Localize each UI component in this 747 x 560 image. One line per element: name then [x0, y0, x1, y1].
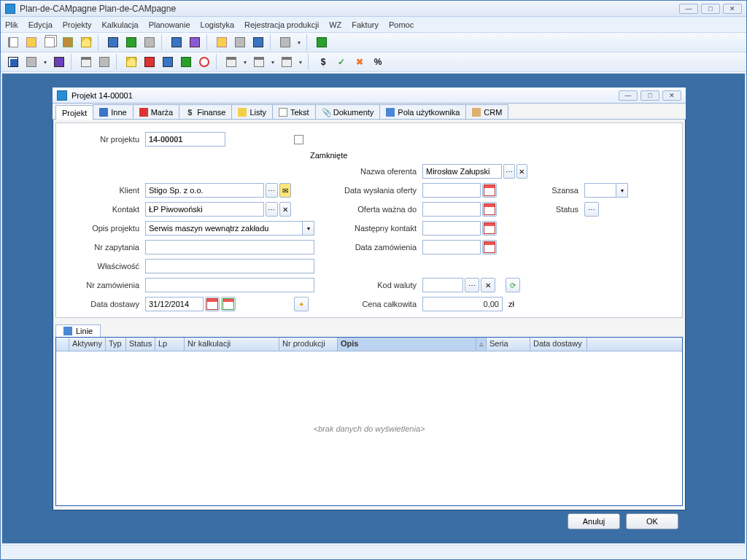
tb-new[interactable] — [5, 34, 21, 50]
tab-tekst[interactable]: Tekst — [272, 104, 316, 119]
field-data-dostawy[interactable] — [145, 297, 204, 311]
tab-finanse[interactable]: $Finanse — [179, 104, 232, 119]
lookup-oferent-button[interactable]: ⋯ — [503, 164, 514, 179]
tb-b5[interactable] — [187, 34, 203, 50]
clear-kontakt-button[interactable]: ✕ — [279, 202, 292, 217]
menu-edycja[interactable]: Edycja — [28, 20, 53, 29]
tb-c4[interactable] — [160, 54, 176, 70]
tb-c5[interactable] — [178, 54, 194, 70]
tb-percent[interactable]: % — [370, 54, 386, 70]
field-data-zamowienia[interactable] — [422, 240, 481, 254]
field-wlasciowosc[interactable] — [145, 259, 314, 273]
tb-copy[interactable] — [42, 34, 58, 50]
tab-crm[interactable]: CRM — [465, 104, 508, 119]
menu-faktury[interactable]: Faktury — [352, 20, 379, 29]
cal-wazna-button[interactable] — [482, 202, 497, 217]
tab-pola[interactable]: Pola użytkownika — [379, 104, 466, 119]
inner-close[interactable]: ✕ — [662, 90, 681, 101]
gh-opis[interactable]: Opis — [338, 338, 476, 351]
lookup-klient-button[interactable]: ⋯ — [266, 183, 278, 198]
menu-planowanie[interactable]: Planowanie — [149, 20, 190, 29]
checkbox-zamkniete[interactable] — [294, 135, 303, 144]
gh-seria[interactable]: Seria — [487, 338, 530, 351]
field-klient[interactable] — [145, 183, 264, 198]
tb-mail[interactable] — [78, 34, 94, 50]
mail-klient-button[interactable]: ✉ — [279, 183, 292, 198]
tb-b3[interactable] — [142, 34, 158, 50]
gh-data-dostawy[interactable]: Data dostawy — [530, 338, 587, 351]
cal-wyslania-button[interactable] — [482, 183, 497, 198]
gh-sort-icon[interactable]: ▵ — [476, 338, 487, 351]
inner-minimize[interactable]: — — [619, 90, 638, 101]
chevron-down-icon[interactable]: ▾ — [616, 184, 627, 197]
menu-projekty[interactable]: Projekty — [63, 20, 92, 29]
tb-dollar[interactable]: $ — [315, 54, 331, 70]
field-kontakt[interactable] — [145, 202, 264, 217]
tb-print[interactable] — [78, 54, 94, 70]
gh-typ[interactable]: Typ — [106, 338, 126, 351]
gh-blank[interactable] — [56, 338, 69, 351]
tb-b7[interactable] — [232, 34, 248, 50]
maximize-button[interactable]: □ — [701, 4, 720, 14]
menu-plik[interactable]: Plik — [5, 20, 18, 29]
close-button[interactable]: ✕ — [723, 4, 742, 14]
field-nazwa-oferenta[interactable] — [422, 164, 502, 179]
tab-marza[interactable]: Marża — [133, 104, 180, 119]
cal-dostawy-extra-button[interactable]: ✦ — [294, 297, 309, 311]
lookup-kontakt-button[interactable]: ⋯ — [266, 202, 278, 217]
ok-button[interactable]: OK — [626, 513, 678, 529]
tb-c2[interactable] — [96, 54, 112, 70]
cal-kontakt-button[interactable] — [482, 221, 497, 236]
tb-open[interactable] — [23, 34, 39, 50]
field-oferta-wazna[interactable] — [422, 202, 481, 217]
cal-zamowienia-button[interactable] — [482, 240, 497, 254]
field-nastepny-kontakt[interactable] — [422, 221, 481, 236]
tb-b8[interactable] — [250, 34, 266, 50]
gh-aktywny[interactable]: Aktywny — [69, 338, 106, 351]
chevron-down-icon[interactable]: ▾ — [302, 222, 314, 235]
tb-save[interactable] — [5, 54, 21, 70]
subtab-linie[interactable]: Linie — [55, 324, 101, 337]
minimize-button[interactable]: — — [679, 4, 698, 14]
tb-b10[interactable] — [314, 34, 330, 50]
refresh-waluta-button[interactable]: ⟳ — [506, 278, 520, 292]
cal-dostawy2-button[interactable] — [221, 297, 236, 311]
tb-c3[interactable] — [142, 54, 158, 70]
menu-pomoc[interactable]: Pomoc — [389, 20, 414, 29]
tb-p1[interactable] — [223, 54, 239, 70]
field-nr-zamowienia[interactable] — [145, 278, 314, 292]
menu-kalkulacja[interactable]: Kalkulacja — [102, 20, 139, 29]
tb-p3[interactable] — [279, 54, 295, 70]
gh-nr-produkcji[interactable]: Nr produkcji — [279, 338, 338, 351]
gh-nr-kalkulacji[interactable]: Nr kalkulacji — [185, 338, 279, 351]
tb-b1[interactable] — [105, 34, 121, 50]
cal-dostawy-button[interactable] — [205, 297, 220, 311]
tab-dokumenty[interactable]: 📎Dokumenty — [315, 104, 381, 119]
menu-rejestracja[interactable]: Rejestracja produkcji — [244, 20, 319, 29]
lookup-waluta-button[interactable]: ⋯ — [465, 278, 479, 292]
gh-lp[interactable]: Lp — [155, 338, 185, 351]
field-nr-projektu[interactable] — [145, 132, 225, 147]
field-data-wyslania[interactable] — [422, 183, 481, 198]
tb-c1[interactable] — [23, 54, 39, 70]
clear-oferent-button[interactable]: ✕ — [516, 164, 527, 179]
tb-book[interactable] — [51, 54, 67, 70]
tb-b6[interactable] — [214, 34, 230, 50]
menu-wz[interactable]: WZ — [329, 20, 341, 29]
lookup-status-button[interactable]: ⋯ — [584, 202, 599, 217]
tb-b9[interactable] — [277, 34, 293, 50]
gh-status[interactable]: Status — [126, 338, 155, 351]
cancel-button[interactable]: Anuluj — [568, 513, 620, 529]
tb-p2[interactable] — [251, 54, 267, 70]
menu-logistyka[interactable]: Logistyka — [201, 20, 234, 29]
tb-check[interactable]: ✓ — [333, 54, 349, 70]
tb-b2[interactable] — [123, 34, 139, 50]
tb-b4[interactable] — [169, 34, 185, 50]
field-opis-projektu[interactable] — [145, 221, 314, 236]
tb-box[interactable] — [60, 34, 76, 50]
field-kod-waluty[interactable] — [422, 278, 463, 292]
tab-projekt[interactable]: Projekt — [55, 105, 93, 120]
tab-listy[interactable]: Listy — [231, 104, 273, 119]
tb-c6[interactable] — [196, 54, 212, 70]
clear-waluta-button[interactable]: ✕ — [481, 278, 495, 292]
